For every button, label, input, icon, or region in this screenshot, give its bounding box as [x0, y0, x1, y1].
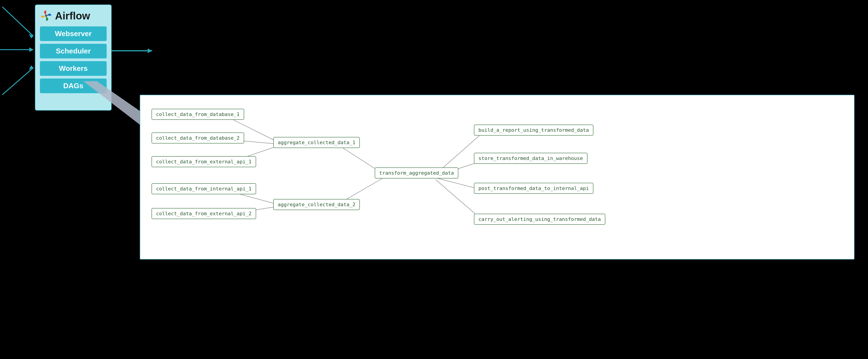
dag-node-transform: transform_aggregated_data: [375, 168, 458, 178]
dag-node-alert: carry_out_alerting_using_transformed_dat…: [474, 214, 606, 225]
dag-node-collect4: collect_data_from_internal_api_1: [152, 183, 256, 194]
dag-node-store: store_transformed_data_in_warehouse: [474, 153, 588, 164]
dag-node-aggregate1: aggregate_collected_data_1: [273, 137, 360, 148]
svg-point-6: [45, 15, 47, 17]
svg-marker-3: [29, 48, 33, 52]
airflow-header: Airflow: [40, 9, 106, 22]
airflow-logo: [40, 9, 52, 22]
svg-line-0: [2, 7, 33, 36]
dag-node-collect2: collect_data_from_database_2: [152, 132, 244, 144]
dag-node-aggregate2: aggregate_collected_data_2: [273, 199, 360, 210]
dag-node-collect1: collect_data_from_database_1: [152, 109, 244, 120]
airflow-webserver: Webserver: [40, 26, 106, 41]
airflow-title: Airflow: [55, 10, 90, 22]
airflow-workers: Workers: [40, 61, 106, 76]
dag-node-collect3: collect_data_from_external_api_1: [152, 156, 256, 167]
dag-connections: [140, 95, 854, 259]
dag-node-collect5: collect_data_from_external_api_2: [152, 208, 256, 219]
dag-node-report: build_a_report_using_transformed_data: [474, 125, 593, 136]
dag-panel: collect_data_from_database_1 collect_dat…: [140, 95, 855, 260]
airflow-scheduler: Scheduler: [40, 44, 106, 58]
arrow-right-main: [112, 46, 157, 55]
svg-marker-8: [148, 49, 152, 53]
svg-line-4: [2, 68, 33, 95]
dag-node-post: post_transformed_data_to_internal_api: [474, 183, 593, 194]
left-arrows: [0, 0, 36, 113]
